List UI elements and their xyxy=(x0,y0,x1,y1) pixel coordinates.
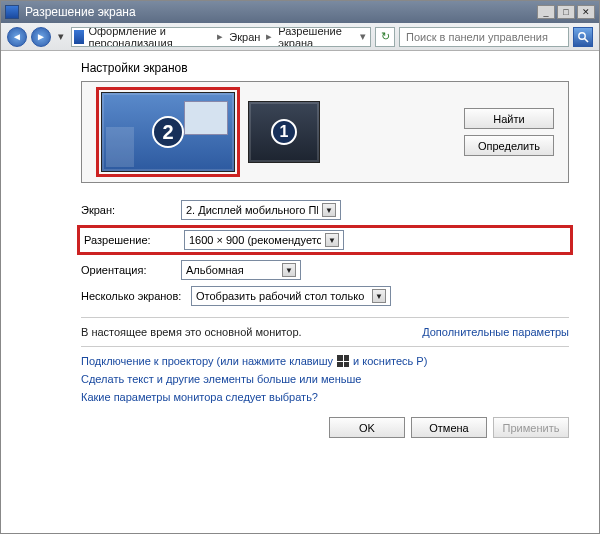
search-box[interactable] xyxy=(399,27,569,47)
search-input[interactable] xyxy=(404,30,564,44)
back-button[interactable]: ◄ xyxy=(7,27,27,47)
search-icon xyxy=(577,31,589,43)
display-value: 2. Дисплей мобильного ПК xyxy=(186,204,318,216)
chevron-down-icon: ▼ xyxy=(372,289,386,303)
chevron-right-icon: ▸ xyxy=(215,30,225,43)
resolution-select[interactable]: 1600 × 900 (рекомендуется) ▼ xyxy=(184,230,344,250)
cancel-button[interactable]: Отмена xyxy=(411,417,487,438)
multi-select[interactable]: Отобразить рабочий стол только на 2 ▼ xyxy=(191,286,391,306)
orientation-value: Альбомная xyxy=(186,264,278,276)
window-title: Разрешение экрана xyxy=(25,5,136,19)
monitor-2-number: 2 xyxy=(152,116,184,148)
display-select[interactable]: 2. Дисплей мобильного ПК ▼ xyxy=(181,200,341,220)
address-dropdown-icon[interactable]: ▾ xyxy=(358,30,368,43)
detect-button[interactable]: Определить xyxy=(464,135,554,156)
projector-link[interactable]: Подключение к проектору (или нажмите кла… xyxy=(81,355,569,367)
windows-key-icon xyxy=(337,355,349,367)
display-icon xyxy=(74,30,84,44)
titlebar: Разрешение экрана _ □ ✕ xyxy=(1,1,599,23)
content-area: Настройки экранов 2 1 Найти Определить xyxy=(1,51,599,533)
breadcrumb-l2[interactable]: Экран xyxy=(229,31,260,43)
chevron-right-icon: ▸ xyxy=(264,30,274,43)
maximize-button[interactable]: □ xyxy=(557,5,575,19)
monitor-preview: 2 1 Найти Определить xyxy=(81,81,569,183)
which-params-link[interactable]: Какие параметры монитора следует выбрать… xyxy=(81,391,569,403)
monitor-2[interactable]: 2 xyxy=(101,92,235,172)
text-size-link[interactable]: Сделать текст и другие элементы больше и… xyxy=(81,373,569,385)
apply-button: Применить xyxy=(493,417,569,438)
svg-point-0 xyxy=(579,32,585,38)
monitor-1[interactable]: 1 xyxy=(248,101,320,163)
find-button[interactable]: Найти xyxy=(464,108,554,129)
resolution-label: Разрешение: xyxy=(84,234,184,246)
advanced-link[interactable]: Дополнительные параметры xyxy=(422,326,569,338)
chevron-down-icon: ▼ xyxy=(322,203,336,217)
page-heading: Настройки экранов xyxy=(81,61,569,75)
orientation-select[interactable]: Альбомная ▼ xyxy=(181,260,301,280)
row-orientation: Ориентация: Альбомная ▼ xyxy=(81,257,569,283)
breadcrumb-l3[interactable]: Разрешение экрана xyxy=(278,27,354,47)
row-resolution: Разрешение: 1600 × 900 (рекомендуется) ▼ xyxy=(77,225,573,255)
chevron-down-icon: ▼ xyxy=(282,263,296,277)
projector-text: Подключение к проектору (или нажмите кла… xyxy=(81,355,333,367)
close-button[interactable]: ✕ xyxy=(577,5,595,19)
resolution-value: 1600 × 900 (рекомендуется) xyxy=(189,234,321,246)
search-button[interactable] xyxy=(573,27,593,47)
divider xyxy=(81,317,569,318)
svg-line-1 xyxy=(585,38,589,42)
forward-button[interactable]: ► xyxy=(31,27,51,47)
orientation-label: Ориентация: xyxy=(81,264,181,276)
row-multi: Несколько экранов: Отобразить рабочий ст… xyxy=(81,283,569,309)
highlight-box: 2 xyxy=(96,87,240,177)
ok-button[interactable]: OK xyxy=(329,417,405,438)
display-label: Экран: xyxy=(81,204,181,216)
address-bar[interactable]: Оформление и персонализация ▸ Экран ▸ Ра… xyxy=(71,27,371,47)
navbar: ◄ ► ▾ Оформление и персонализация ▸ Экра… xyxy=(1,23,599,51)
divider xyxy=(81,346,569,347)
app-icon xyxy=(5,5,19,19)
minimize-button[interactable]: _ xyxy=(537,5,555,19)
dialog-buttons: OK Отмена Применить xyxy=(81,417,569,438)
refresh-button[interactable]: ↻ xyxy=(375,27,395,47)
main-monitor-note: В настоящее время это основной монитор. xyxy=(81,326,302,338)
monitor-1-number: 1 xyxy=(271,119,297,145)
history-dropdown[interactable]: ▾ xyxy=(55,28,67,46)
breadcrumb-l1[interactable]: Оформление и персонализация xyxy=(88,27,211,47)
multi-label: Несколько экранов: xyxy=(81,290,191,302)
row-display: Экран: 2. Дисплей мобильного ПК ▼ xyxy=(81,197,569,223)
multi-value: Отобразить рабочий стол только на 2 xyxy=(196,290,368,302)
chevron-down-icon: ▼ xyxy=(325,233,339,247)
projector-tail: и коснитесь P) xyxy=(353,355,427,367)
